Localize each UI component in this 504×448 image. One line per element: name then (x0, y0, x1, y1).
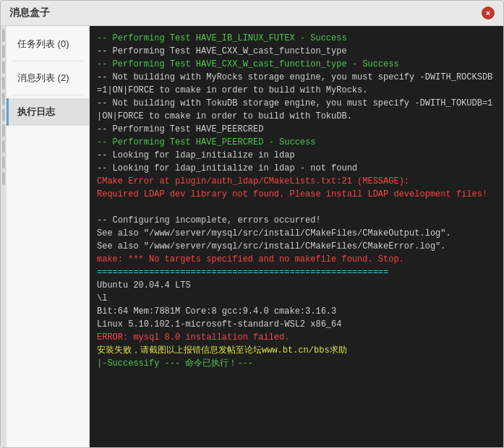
terminal-line: -- Looking for ldap_initialize in ldap (97, 150, 295, 160)
close-button[interactable]: × (482, 7, 495, 20)
terminal-line: -- Performing Test HAVE_PEERCRED (97, 124, 263, 134)
message-box-dialog: 消息盒子 × 任务列表 (0) 消息列表 (2) (0, 0, 504, 448)
content-area: -- Performing Test HAVE_IB_LINUX_FUTEX -… (90, 26, 503, 447)
terminal-line: ========================================… (97, 267, 388, 277)
terminal-line: \l (97, 293, 107, 303)
terminal-line: -- Not building with MyRocks storage eng… (97, 72, 492, 95)
terminal-line: See also "/www/server/mysql/src/install/… (97, 241, 445, 251)
left-pip-4 (2, 77, 5, 90)
terminal-line: -- Configuring incomplete, errors occurr… (97, 215, 321, 225)
terminal-line: -- Performing Test HAVE_IB_LINUX_FUTEX -… (97, 33, 347, 43)
left-pip-9 (2, 156, 5, 169)
sidebar-item-task-list[interactable]: 任务列表 (0) (7, 30, 89, 58)
terminal-line: -- Not building with TokuDB storage engi… (97, 98, 492, 121)
sidebar: 任务列表 (0) 消息列表 (2) 执行日志 (7, 26, 90, 447)
terminal-line: -- Performing Test HAVE_CXX_W_cast_funct… (97, 59, 399, 69)
sidebar-item-message-list[interactable]: 消息列表 (2) (7, 64, 89, 92)
left-edge-decoration (1, 26, 7, 447)
left-pip-2 (2, 45, 5, 58)
terminal-line: Ubuntu 20.04.4 LTS (97, 280, 191, 290)
terminal-line: Bit:64 Mem:7881M Core:8 gcc:9.4.0 cmake:… (97, 306, 336, 316)
left-pip-6 (2, 108, 5, 121)
terminal-line: Linux 5.10.102.1-microsoft-standard-WSL2… (97, 319, 341, 329)
left-pip-1 (2, 29, 5, 42)
sidebar-divider-1 (12, 61, 83, 61)
left-pip-5 (2, 92, 5, 105)
dialog-header: 消息盒子 × (1, 1, 503, 26)
terminal-line: -- Performing Test HAVE_CXX_W_cast_funct… (97, 46, 347, 56)
terminal-line: |-Successify --- 命令已执行！--- (97, 358, 253, 369)
terminal-line: make: *** No targets specified and no ma… (97, 254, 404, 264)
terminal-line: CMake Error at plugin/auth_ldap/CMakeLis… (97, 176, 409, 186)
terminal-line: ERROR: mysql 8.0 installation failed. (97, 332, 289, 343)
dialog-body: 任务列表 (0) 消息列表 (2) 执行日志 -- Performing Tes… (1, 26, 503, 447)
sidebar-item-exec-log[interactable]: 执行日志 (7, 98, 89, 126)
terminal-line: -- Looking for ldap_initialize in ldap -… (97, 163, 357, 173)
left-pip-7 (2, 124, 5, 137)
terminal-line: 安装失败，请截图以上报错信息发帖至论坛www.bt.cn/bbs求助 (97, 345, 347, 356)
dialog-title: 消息盒子 (9, 7, 50, 20)
sidebar-divider-2 (12, 95, 83, 95)
terminal-line: -- Performing Test HAVE_PEERCRED - Succe… (97, 137, 315, 147)
left-pip-3 (2, 61, 5, 74)
terminal-line: See also "/www/server/mysql/src/install/… (97, 228, 451, 238)
terminal-line: Required LDAP dev library not found. Ple… (97, 189, 487, 199)
left-pip-10 (2, 172, 5, 185)
terminal-output[interactable]: -- Performing Test HAVE_IB_LINUX_FUTEX -… (90, 26, 503, 447)
left-pip-8 (2, 140, 5, 153)
